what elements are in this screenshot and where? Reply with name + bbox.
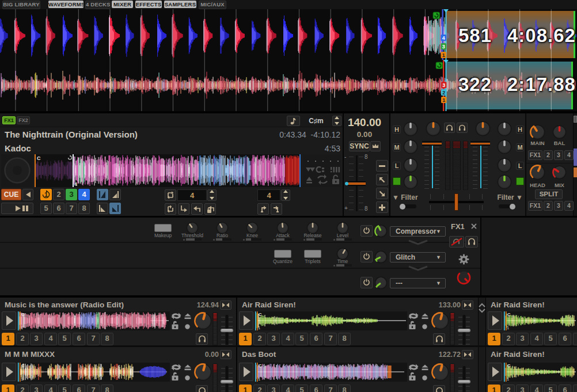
svg-text:2: 2: [442, 90, 445, 96]
svg-text:1: 1: [258, 376, 260, 382]
svg-text:C: C: [21, 363, 25, 368]
svg-text:C: C: [507, 312, 511, 317]
svg-text:1: 1: [507, 325, 509, 330]
svg-text:C: C: [259, 363, 262, 368]
svg-text:3: 3: [442, 44, 445, 50]
svg-text:C: C: [507, 363, 511, 368]
svg-text:1: 1: [21, 376, 23, 382]
svg-text:C: C: [259, 312, 262, 317]
svg-text:1: 1: [44, 191, 48, 198]
svg-text:1: 1: [442, 52, 445, 58]
svg-text:3: 3: [442, 82, 445, 88]
svg-text:C: C: [37, 155, 41, 161]
svg-text:1: 1: [258, 325, 260, 330]
svg-text:1: 1: [442, 97, 445, 103]
svg-text:1: 1: [507, 376, 509, 382]
svg-text:4: 4: [74, 181, 77, 187]
svg-text:4: 4: [442, 35, 445, 41]
svg-text:C: C: [21, 312, 25, 317]
svg-text:1: 1: [21, 325, 23, 330]
